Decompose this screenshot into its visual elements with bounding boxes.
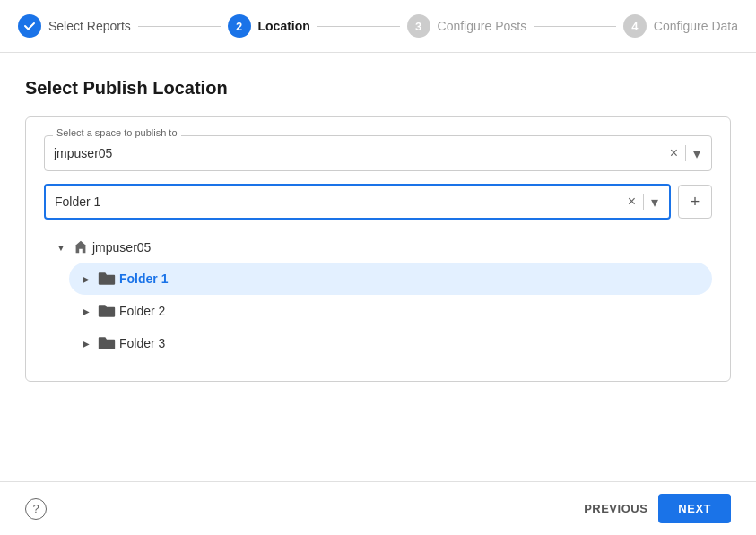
folder-clear-button[interactable]: × — [626, 192, 638, 211]
page-title: Select Publish Location — [25, 78, 731, 99]
tree-children: Folder 1 Folder 2 Folder 3 — [44, 263, 712, 359]
folder-3-toggle[interactable] — [78, 335, 94, 351]
folder-tree: jmpuser05 Folder 1 — [44, 229, 712, 363]
space-dropdown-button[interactable]: ▾ — [691, 143, 702, 164]
folder-divider — [643, 194, 644, 210]
step-4-circle: 4 — [623, 14, 647, 38]
folder-2-toggle[interactable] — [78, 303, 94, 319]
action-buttons: PREVIOUS NEXT — [584, 494, 731, 523]
folder-input-box[interactable]: Folder 1 × ▾ — [44, 184, 671, 220]
step-1-label: Select Reports — [48, 19, 131, 33]
step-4-label: Configure Data — [654, 19, 738, 33]
folder-3-icon — [98, 334, 116, 352]
tree-folder-3[interactable]: Folder 3 — [69, 327, 712, 359]
step-2-label: Location — [258, 19, 310, 33]
space-field-value: jmpuser05 — [54, 146, 668, 160]
space-divider — [685, 145, 686, 161]
space-field-wrapper: Select a space to publish to jmpuser05 ×… — [44, 135, 712, 171]
previous-button[interactable]: PREVIOUS — [584, 502, 647, 515]
connector-1-2 — [138, 26, 221, 27]
folder-value: Folder 1 — [55, 194, 626, 209]
step-configure-posts[interactable]: 3 Configure Posts — [407, 14, 527, 38]
folder-1-icon — [98, 270, 116, 288]
folder-1-toggle[interactable] — [78, 271, 94, 287]
space-clear-button[interactable]: × — [668, 143, 680, 163]
connector-2-3 — [317, 26, 400, 27]
tree-folder-2[interactable]: Folder 2 — [69, 295, 712, 327]
step-configure-data[interactable]: 4 Configure Data — [623, 14, 738, 38]
step-2-circle: 2 — [228, 14, 251, 38]
add-folder-button[interactable]: + — [678, 185, 712, 219]
folder-3-label: Folder 3 — [119, 336, 165, 350]
folder-row: Folder 1 × ▾ + — [44, 184, 712, 220]
publish-location-card: Select a space to publish to jmpuser05 ×… — [25, 116, 731, 382]
folder-dropdown-button[interactable]: ▾ — [649, 192, 660, 212]
folder-2-label: Folder 2 — [119, 304, 165, 318]
tree-root-item[interactable]: jmpuser05 — [44, 232, 712, 263]
step-select-reports[interactable]: Select Reports — [18, 14, 131, 38]
root-label: jmpuser05 — [92, 240, 151, 255]
step-1-circle — [18, 14, 41, 38]
bottom-bar: ? PREVIOUS NEXT — [0, 481, 756, 535]
step-location[interactable]: 2 Location — [228, 14, 310, 38]
stepper: Select Reports 2 Location 3 Configure Po… — [0, 0, 756, 53]
space-field-label: Select a space to publish to — [53, 127, 181, 138]
root-toggle[interactable] — [53, 239, 69, 255]
space-field-actions: × ▾ — [668, 143, 702, 164]
folder-1-label: Folder 1 — [119, 272, 168, 286]
next-button[interactable]: NEXT — [658, 494, 731, 523]
step-3-circle: 3 — [407, 14, 430, 38]
folder-2-icon — [98, 302, 116, 320]
step-3-label: Configure Posts — [438, 19, 527, 33]
space-field-input[interactable]: jmpuser05 × ▾ — [44, 135, 712, 171]
main-content: Select Publish Location Select a space t… — [0, 53, 756, 396]
help-icon[interactable]: ? — [25, 498, 47, 520]
connector-3-4 — [534, 26, 616, 27]
home-icon — [73, 239, 89, 255]
tree-folder-1[interactable]: Folder 1 — [69, 263, 712, 295]
folder-field-actions: × ▾ — [626, 192, 660, 212]
